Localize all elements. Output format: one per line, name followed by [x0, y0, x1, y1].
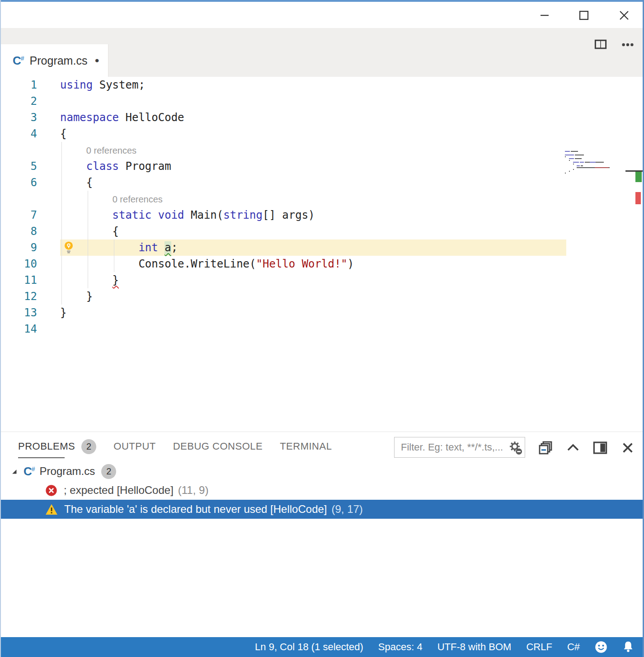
problems-file-name: Program.cs — [40, 465, 95, 478]
status-language-mode[interactable]: C# — [567, 641, 580, 653]
collapse-all-icon[interactable] — [538, 440, 553, 455]
panel-layout-icon[interactable] — [592, 440, 608, 455]
minimap-segment — [565, 151, 570, 152]
minimap-segment — [569, 171, 570, 172]
code-text: { — [60, 174, 93, 191]
more-actions-icon[interactable] — [620, 37, 635, 52]
minimap-segment — [582, 165, 583, 166]
line-number: 13 — [0, 305, 37, 321]
code-line-row[interactable]: 1using System; — [0, 77, 644, 93]
maximize-button[interactable] — [578, 9, 590, 22]
status-encoding[interactable]: UTF-8 with BOM — [437, 641, 512, 653]
minimap-segment — [573, 169, 574, 170]
line-number: 5 — [0, 158, 37, 174]
code-text: static void Main(string[] args) — [60, 207, 315, 223]
split-editor-icon[interactable] — [593, 37, 608, 52]
line-number: 6 — [0, 174, 37, 191]
code-segment: string — [223, 209, 263, 221]
minimap-segment — [565, 156, 566, 157]
problems-file-group[interactable]: C#Program.cs2 — [0, 462, 644, 481]
code-line-row[interactable]: 8 { — [0, 223, 644, 239]
code-text: namespace HelloCode — [60, 109, 184, 126]
code-line-row[interactable]: 4{ — [0, 126, 644, 142]
dirty-indicator-icon: ● — [94, 56, 99, 65]
code-line-row[interactable]: 5 class Program — [0, 158, 644, 174]
code-text: } — [60, 288, 93, 305]
problem-item-warning[interactable]: The variable 'a' is declared but never u… — [0, 500, 644, 519]
csharp-file-icon: C# — [13, 54, 24, 68]
codelens-references[interactable]: 0 references — [113, 191, 163, 207]
minimap-segment — [577, 167, 595, 168]
panel-tab-terminal[interactable]: TERMINAL — [280, 432, 332, 461]
bottom-panel: PROBLEMS2OUTPUTDEBUG CONSOLETERMINAL C#P… — [0, 432, 644, 637]
overview-ruler-error-mark — [635, 192, 641, 204]
code-line-row[interactable]: 14 — [0, 321, 644, 337]
code-segment: [] args) — [263, 209, 315, 221]
code-line-row[interactable]: 11 } — [0, 272, 644, 288]
line-number: 1 — [0, 77, 37, 93]
panel-tab-problems[interactable]: PROBLEMS2 — [18, 432, 96, 461]
lightbulb-icon[interactable] — [63, 241, 75, 254]
code-segment — [60, 160, 86, 173]
window-border-top — [0, 0, 644, 2]
panel-tab-label: OUTPUT — [113, 441, 155, 452]
csharp-file-icon: C# — [24, 465, 35, 479]
expand-twistie-icon[interactable] — [8, 468, 20, 475]
code-segment: namespace — [60, 111, 119, 124]
status-cursor-position[interactable]: Ln 9, Col 18 (1 selected) — [255, 641, 363, 653]
code-line-row[interactable]: 6 { — [0, 174, 644, 191]
code-segment: { — [60, 176, 93, 189]
code-segment: } — [60, 290, 93, 303]
code-segment: System; — [93, 79, 145, 91]
minimap-segment — [595, 167, 609, 168]
minimap-segment — [585, 162, 590, 163]
line-number: 10 — [0, 256, 37, 272]
codelens-references[interactable]: 0 references — [86, 142, 136, 158]
minimap-segment — [596, 162, 604, 163]
code-segment: int — [138, 241, 158, 254]
code-line-row[interactable]: 10 Console.WriteLine("Hello World!") — [0, 256, 644, 272]
minimap-segment — [575, 155, 584, 155]
minimap-segment — [565, 173, 566, 174]
codelens-row: 0 references — [0, 191, 644, 207]
code-editor[interactable]: 1using System;23namespace HelloCode4{0 r… — [0, 77, 644, 432]
code-segment: static — [113, 209, 152, 221]
close-icon[interactable] — [620, 440, 635, 455]
overview-ruler-warning-mark — [635, 172, 642, 182]
problem-item-error[interactable]: ; expected [HelloCode](11, 9) — [0, 481, 644, 500]
line-number: 12 — [0, 288, 37, 305]
panel-tab-output[interactable]: OUTPUT — [113, 432, 155, 461]
tab-program-cs[interactable]: C# Program.cs ● — [1, 44, 108, 77]
code-line-row[interactable]: 2 — [0, 93, 644, 109]
code-line-row[interactable]: 3namespace HelloCode — [0, 109, 644, 126]
code-text: { — [60, 223, 119, 239]
code-segment: Main( — [184, 209, 224, 221]
minimize-button[interactable] — [538, 9, 551, 22]
minimap-segment — [569, 160, 570, 161]
minimap-line — [565, 174, 619, 176]
code-line-row[interactable]: 12 } — [0, 288, 644, 305]
minimap-segment — [577, 165, 580, 166]
line-number: 14 — [0, 321, 37, 337]
feedback-smiley-icon[interactable] — [595, 641, 607, 653]
code-line-row[interactable]: 9 int a; — [0, 239, 644, 256]
code-line-row[interactable]: 13} — [0, 305, 644, 321]
problems-filter-input[interactable] — [400, 437, 506, 457]
minimap-segment — [575, 158, 582, 159]
code-line-row[interactable]: 7 static void Main(string[] args) — [0, 207, 644, 223]
close-button[interactable] — [618, 9, 630, 22]
minimap-segment — [565, 155, 574, 155]
variable-a-warning: a — [165, 241, 171, 254]
minimap[interactable] — [565, 150, 619, 176]
notifications-bell-icon[interactable] — [622, 641, 634, 653]
status-eol-sequence[interactable]: CRLF — [526, 641, 552, 653]
error-icon — [45, 484, 57, 497]
chevron-up-icon[interactable] — [565, 440, 581, 455]
filter-gear-icon[interactable] — [508, 440, 523, 455]
line-number: 9 — [0, 239, 37, 256]
minimap-segment — [590, 162, 596, 163]
status-indentation[interactable]: Spaces: 4 — [378, 641, 423, 653]
minimap-segment — [573, 164, 574, 164]
panel-tab-label: DEBUG CONSOLE — [173, 441, 263, 452]
panel-tab-debug-console[interactable]: DEBUG CONSOLE — [173, 432, 263, 461]
